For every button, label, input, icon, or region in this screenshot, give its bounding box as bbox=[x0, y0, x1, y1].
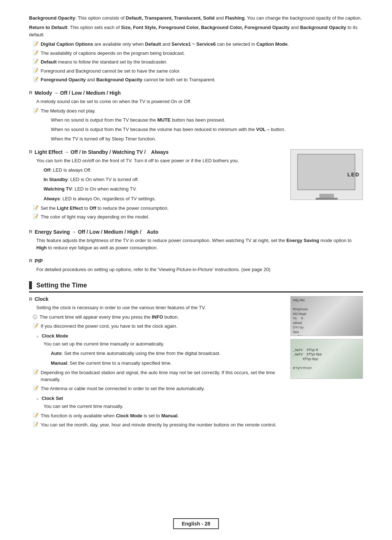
melody-r-label: R bbox=[29, 90, 32, 95]
clock-set-heading: Clock Set bbox=[42, 396, 63, 401]
clock-img1-line9: Noo bbox=[293, 330, 360, 335]
clock-img1-line8: OYI Izy bbox=[293, 325, 360, 330]
note-icon-2: 📝 bbox=[33, 50, 38, 56]
clock-img2-line3: EfTyp Bpp bbox=[293, 357, 360, 361]
note-icon-melody: 📝 bbox=[33, 108, 38, 113]
note-text-cs-2: You can set the month, day, year, hour a… bbox=[41, 421, 277, 429]
light-effect-r-label: R bbox=[29, 149, 32, 155]
melody-section: R Melody → Off / Low / Medium / High A m… bbox=[29, 90, 363, 143]
clock-img1-line7: s8Noil bbox=[293, 321, 360, 326]
note-light-effect-2: 📝 The color of light may vary depending … bbox=[29, 213, 363, 221]
note-clock-disconnect: 📝 If you disconnect the power cord, you … bbox=[29, 323, 283, 330]
tv-image: LED bbox=[290, 149, 363, 200]
intro-section: Background Opacity: This option consists… bbox=[29, 15, 363, 83]
tv-base bbox=[316, 198, 338, 200]
light-effect-heading-line: R Light Effect → Off / In Standby / Watc… bbox=[29, 149, 283, 155]
note-text-le-2: The color of light may vary depending on… bbox=[41, 213, 149, 221]
note-clock-set-2: 📝 You can set the month, day, year, hour… bbox=[29, 421, 363, 429]
clock-img2-line5: B'Tyl'V'ProVt bbox=[293, 366, 360, 371]
note-icon-cm-2: 📝 bbox=[33, 385, 38, 391]
note-text-cm-2: The Antenna or cable must be connected i… bbox=[41, 385, 205, 392]
note-text-cm-1: Depending on the broadcast station and s… bbox=[41, 369, 283, 383]
note-clock-mode-1: 📝 Depending on the broadcast station and… bbox=[29, 369, 283, 383]
clock-mode-item: ○ Clock Mode bbox=[29, 333, 283, 339]
pip-heading-line: R PIP bbox=[29, 258, 363, 264]
melody-sub-note-1: When no sound is output from the TV beca… bbox=[29, 116, 363, 124]
note-text-4: Foreground and Background cannot be set … bbox=[41, 68, 180, 75]
note-digital-caption: 📝 Digital Caption Options are available … bbox=[29, 41, 363, 48]
note-fg-bg-opacity: 📝 Foreground Opacity and Background Opac… bbox=[29, 76, 363, 83]
note-icon-3: 📝 bbox=[33, 59, 38, 64]
note-icon-4: 📝 bbox=[33, 68, 38, 73]
pip-heading-text: PIP bbox=[34, 258, 43, 264]
note-clock-mode-2: 📝 The Antenna or cable must be connected… bbox=[29, 385, 363, 392]
energy-r-label: R bbox=[29, 229, 32, 234]
page-footer: English - 28 bbox=[0, 518, 392, 529]
note-icon-cs-2: 📝 bbox=[33, 422, 38, 427]
setting-time-title: Setting the Time bbox=[36, 282, 87, 289]
clock-img1-line5: MO'Stspl bbox=[293, 312, 360, 316]
clock-images-box: Int'l 1 Int Wlg Mts Ring'Koon MO'Stspl Y… bbox=[290, 296, 363, 379]
note-icon-5: 📝 bbox=[33, 77, 38, 82]
note-text-cs-1: This function is only available when Clo… bbox=[41, 412, 179, 420]
note-text-clock-2: If you disconnect the power cord, you ha… bbox=[41, 323, 177, 330]
pip-section: R PIP For detailed procedures on setting… bbox=[29, 258, 363, 273]
note-text-3: Default means to follow the standard set… bbox=[41, 58, 167, 66]
energy-heading-text: Energy Saving → Off / Low / Medium / Hig… bbox=[34, 229, 158, 235]
clock-img1-line10: B'Kooi a bbox=[293, 334, 360, 336]
pip-desc: For detailed procedures on setting up op… bbox=[29, 266, 363, 273]
setting-time-heading: Setting the Time bbox=[29, 281, 363, 292]
clock-section: Int'l 1 Int Wlg Mts Ring'Koon MO'Stspl Y… bbox=[29, 296, 363, 430]
note-text-melody: The Melody does not play. bbox=[41, 107, 96, 115]
clock-mode-heading: Clock Mode bbox=[42, 333, 68, 339]
melody-desc: A melody sound can be set to come on whe… bbox=[29, 98, 363, 105]
energy-saving-desc: This feature adjusts the brightness of t… bbox=[29, 237, 363, 251]
melody-sub-note-2: When no sound is output from the TV beca… bbox=[29, 126, 363, 133]
clock-mode-circle: ○ bbox=[36, 334, 39, 339]
clock-img2-line4 bbox=[293, 361, 360, 366]
footer-text: English - 28 bbox=[173, 518, 219, 529]
bg-opacity-label: Background Opacity: This option consists… bbox=[29, 15, 362, 21]
tv-image-box: LED bbox=[290, 149, 363, 200]
tv-screen bbox=[297, 154, 355, 190]
clock-img1-line3 bbox=[293, 302, 360, 307]
melody-sub-note-3: When the TV is turned off by Sleep Timer… bbox=[29, 135, 363, 143]
note-melody-no-play: 📝 The Melody does not play. bbox=[29, 107, 363, 115]
return-default-paragraph: Return to Default: This option sets each… bbox=[29, 24, 363, 38]
note-clock-info: ⓘ The current time will appear every tim… bbox=[29, 314, 283, 321]
clock-set-item: ○ Clock Set bbox=[29, 396, 363, 401]
note-light-effect-1: 📝 Set the Light Effect to Off to reduce … bbox=[29, 205, 363, 212]
clock-heading-line: R Clock bbox=[29, 296, 283, 302]
clock-img1-line6: Yo 8 bbox=[293, 316, 360, 321]
clock-image-2-inner: _tapl'e' EfTyp B _tapl'a' EfTyp Bpp EfTy… bbox=[291, 339, 363, 379]
note-icon-le-2: 📝 bbox=[33, 214, 38, 219]
note-icon-1: 📝 bbox=[33, 41, 38, 46]
setting-time-section: Setting the Time Int'l 1 Int Wlg Mts Rin… bbox=[29, 281, 363, 430]
energy-saving-heading-line: R Energy Saving → Off / Low / Medium / H… bbox=[29, 229, 363, 235]
note-text-5: Foreground Opacity and Background Opacit… bbox=[41, 76, 216, 83]
melody-heading-text: Melody → Off / Low / Medium / High bbox=[34, 90, 121, 96]
note-icon-cm-1: 📝 bbox=[33, 369, 38, 375]
clock-set-circle: ○ bbox=[36, 397, 39, 401]
note-text-2: The availability of captions depends on … bbox=[41, 50, 185, 57]
clock-r-label: R bbox=[29, 296, 32, 302]
note-icon-le-1: 📝 bbox=[33, 205, 38, 210]
note-icon-cs-1: 📝 bbox=[33, 413, 38, 418]
bg-opacity-paragraph: Background Opacity: This option consists… bbox=[29, 15, 363, 22]
note-text-1: Digital Caption Options are available on… bbox=[41, 41, 289, 48]
note-icon-clock-1: ⓘ bbox=[33, 314, 37, 320]
clock-image-2: _tapl'e' EfTyp B _tapl'a' EfTyp Bpp EfTy… bbox=[290, 339, 363, 379]
clock-image-1-inner: Int'l 1 Int Wlg Mts Ring'Koon MO'Stspl Y… bbox=[291, 296, 363, 336]
clock-img1-line4: Ring'Koon bbox=[293, 307, 360, 312]
note-clock-set-1: 📝 This function is only available when C… bbox=[29, 412, 363, 420]
clock-img1-line2: Wlg Mts bbox=[293, 298, 360, 303]
note-fg-bg-color: 📝 Foreground and Background cannot be se… bbox=[29, 68, 363, 75]
energy-saving-section: R Energy Saving → Off / Low / Medium / H… bbox=[29, 229, 363, 251]
light-effect-heading-text: Light Effect → Off / In Standby / Watchi… bbox=[34, 149, 168, 155]
clock-img2-line2: _tapl'a' EfTyp Bpp bbox=[293, 352, 360, 357]
note-default: 📝 Default means to follow the standard s… bbox=[29, 58, 363, 66]
note-icon-clock-2: 📝 bbox=[33, 323, 38, 328]
pip-r-label: R bbox=[29, 258, 32, 263]
heading-bar bbox=[29, 281, 32, 289]
clock-img2-line1: _tapl'e' EfTyp B bbox=[293, 348, 360, 352]
